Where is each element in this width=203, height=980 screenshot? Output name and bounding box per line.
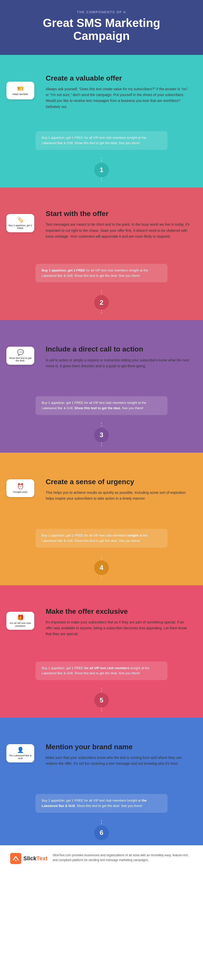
tip-block-2: 🏷️Buy 1 appetizer, get 1 FREEStart with … <box>0 188 203 320</box>
number-circle-4: 4 <box>94 560 109 575</box>
phone-label-2: Buy 1 appetizer, get 1 FREE <box>8 224 32 230</box>
line-above-5 <box>101 688 102 693</box>
line-below-4 <box>101 575 102 580</box>
tip-top-1: 🎫FREE WATER!Create a valuable offerAlway… <box>0 55 203 126</box>
footer: SlickText SlickText.com provides busines… <box>0 845 203 872</box>
sms-box-1: Buy 1 appetizer, get 1 FREE for all VIP … <box>35 131 168 150</box>
sms-box-4: Buy 1 appetizer, get 1 FREE for all VIP … <box>35 529 168 548</box>
num-wrapper-6: 6 <box>0 820 203 845</box>
header-title: Great SMS Marketing Campaign <box>20 16 183 42</box>
phone-mockup-4: ⏰Tonight only! <box>6 479 34 497</box>
tip-content-5: Make the offer exclusiveIt's important t… <box>41 585 203 657</box>
phone-mockup-6: 👤The Lakewood Bar & Grill <box>6 744 34 762</box>
tip-heading-3: Include a direct call to action <box>46 345 190 353</box>
tip-content-2: Start with the offerText messages are me… <box>41 188 203 259</box>
number-circle-1: 1 <box>94 163 109 177</box>
number-circle-2: 2 <box>94 295 109 310</box>
num-wrapper-3: 3 <box>0 423 203 453</box>
phone-icon-5: 🎁 <box>17 614 24 621</box>
tip-heading-5: Make the offer exclusive <box>46 607 190 616</box>
sms-box-6: Buy 1 appetizer, get 1 FREE for all VIP … <box>35 794 168 813</box>
tip-heading-4: Create a sense of urgency <box>46 477 190 486</box>
sms-wrapper-3: Buy 1 appetizer, get 1 FREE for all VIP … <box>0 391 203 423</box>
line-below-5 <box>101 708 102 713</box>
header-subtitle: The Components of a <box>20 10 183 14</box>
phone-area-6: 👤The Lakewood Bar & Grill <box>0 718 41 789</box>
line-above-6 <box>101 820 102 826</box>
line-above-4 <box>101 555 102 560</box>
line-below-1 <box>101 177 102 183</box>
phone-mockup-1: 🎫FREE WATER! <box>6 81 34 99</box>
tip-heading-6: Mention your brand name <box>46 743 190 751</box>
num-wrapper-1: 1 <box>0 158 203 188</box>
phone-area-1: 🎫FREE WATER! <box>0 55 41 126</box>
phone-area-5: 🎁For all VIP text club members <box>0 585 41 657</box>
slicktext-logo-icon <box>10 853 21 864</box>
tip-top-4: ⏰Tonight only!Create a sense of urgencyT… <box>0 453 203 524</box>
num-wrapper-4: 4 <box>0 555 203 585</box>
number-circle-5: 5 <box>94 693 109 708</box>
line-above-1 <box>101 158 102 163</box>
tip-top-5: 🎁For all VIP text club membersMake the o… <box>0 585 203 657</box>
tip-top-2: 🏷️Buy 1 appetizer, get 1 FREEStart with … <box>0 188 203 259</box>
tip-body-2: Text messages are meant to be short and … <box>46 222 190 239</box>
tip-block-1: 🎫FREE WATER!Create a valuable offerAlway… <box>0 55 203 188</box>
phone-mockup-5: 🎁For all VIP text club members <box>6 612 34 630</box>
line-above-2 <box>101 290 102 295</box>
sms-wrapper-2: Buy 1 appetizer, get 1 FREE for all VIP … <box>0 259 203 290</box>
tip-body-1: Always ask yourself, "Does this text cre… <box>46 86 190 110</box>
num-wrapper-5: 5 <box>0 688 203 718</box>
tip-heading-1: Create a valuable offer <box>46 74 190 83</box>
tip-top-6: 👤The Lakewood Bar & GrillMention your br… <box>0 718 203 789</box>
phone-mockup-3: 💬Show this text to get the deal. <box>6 347 34 365</box>
sms-wrapper-5: Buy 1 appetizer, get 1 FREE for all VIP … <box>0 657 203 688</box>
line-below-2 <box>101 310 102 315</box>
sms-wrapper-6: Buy 1 appetizer, get 1 FREE for all VIP … <box>0 789 203 820</box>
phone-label-4: Tonight only! <box>13 491 27 493</box>
sms-box-5: Buy 1 appetizer, get 1 FREE for all VIP … <box>35 662 168 680</box>
tip-body-3: A call to action is simply a request or … <box>46 357 190 369</box>
footer-description: SlickText.com provides businesses and or… <box>52 853 193 862</box>
tip-content-1: Create a valuable offerAlways ask yourse… <box>41 55 203 126</box>
tip-block-6: 👤The Lakewood Bar & GrillMention your br… <box>0 718 203 845</box>
svg-point-0 <box>15 860 16 861</box>
phone-icon-2: 🏷️ <box>17 216 24 223</box>
phone-area-4: ⏰Tonight only! <box>0 453 41 524</box>
phone-icon-3: 💬 <box>17 349 24 356</box>
tip-body-5: It's important to make your subscribers … <box>46 619 190 637</box>
sms-wrapper-4: Buy 1 appetizer, get 1 FREE for all VIP … <box>0 524 203 555</box>
phone-area-2: 🏷️Buy 1 appetizer, get 1 FREE <box>0 188 41 259</box>
phone-label-5: For all VIP text club members <box>8 622 32 627</box>
phone-mockup-2: 🏷️Buy 1 appetizer, get 1 FREE <box>6 214 34 232</box>
sms-wrapper-1: Buy 1 appetizer, get 1 FREE for all VIP … <box>0 126 203 158</box>
phone-icon-6: 👤 <box>17 747 24 753</box>
tip-body-6: Make sure that your subscribers know who… <box>46 755 190 767</box>
line-above-3 <box>101 423 102 428</box>
number-circle-3: 3 <box>94 428 109 442</box>
footer-logo-text: SlickText <box>23 855 48 862</box>
tip-heading-2: Start with the offer <box>46 209 190 218</box>
tip-content-4: Create a sense of urgencyThis helps you … <box>41 453 203 524</box>
tip-content-3: Include a direct call to actionA call to… <box>41 320 203 391</box>
phone-label-3: Show this text to get the deal. <box>8 357 32 363</box>
phone-area-3: 💬Show this text to get the deal. <box>0 320 41 391</box>
header: The Components of a Great SMS Marketing … <box>0 0 203 55</box>
tip-block-4: ⏰Tonight only!Create a sense of urgencyT… <box>0 453 203 585</box>
tips-container: 🎫FREE WATER!Create a valuable offerAlway… <box>0 55 203 845</box>
phone-label-6: The Lakewood Bar & Grill <box>8 754 32 760</box>
sms-box-3: Buy 1 appetizer, get 1 FREE for all VIP … <box>35 396 168 415</box>
phone-icon-4: ⏰ <box>17 483 24 490</box>
sms-box-2: Buy 1 appetizer, get 1 FREE for all VIP … <box>35 264 168 283</box>
tip-content-6: Mention your brand nameMake sure that yo… <box>41 718 203 789</box>
tip-top-3: 💬Show this text to get the deal.Include … <box>0 320 203 391</box>
tip-block-3: 💬Show this text to get the deal.Include … <box>0 320 203 453</box>
phone-label-1: FREE WATER! <box>13 93 28 96</box>
tip-body-4: This helps you to achieve results as qui… <box>46 490 190 501</box>
num-wrapper-2: 2 <box>0 290 203 320</box>
footer-logo: SlickText <box>10 853 48 864</box>
phone-icon-1: 🎫 <box>17 85 24 92</box>
line-below-3 <box>101 442 102 447</box>
tip-block-5: 🎁For all VIP text club membersMake the o… <box>0 585 203 718</box>
number-circle-6: 6 <box>94 826 109 840</box>
page-wrapper: The Components of a Great SMS Marketing … <box>0 0 203 872</box>
